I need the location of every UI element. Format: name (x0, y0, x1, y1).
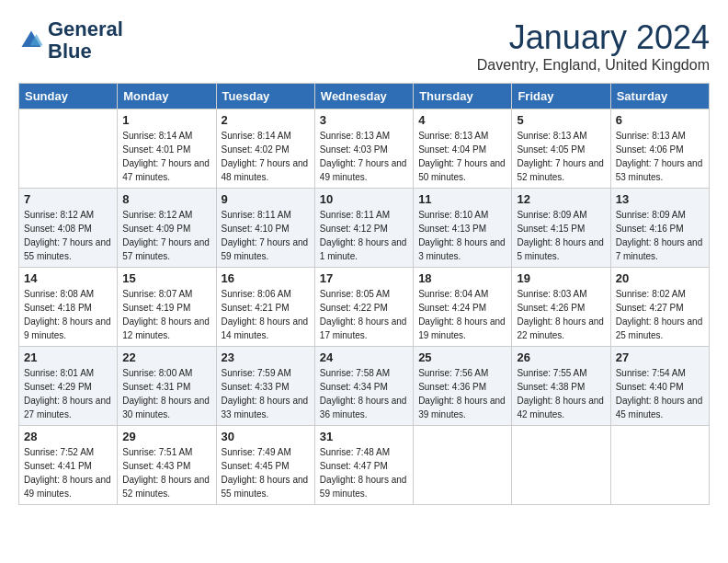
day-number: 2 (222, 113, 310, 127)
calendar-cell: 1Sunrise: 8:14 AMSunset: 4:01 PMDaylight… (118, 109, 216, 189)
day-info: Sunrise: 8:13 AMSunset: 4:04 PMDaylight:… (418, 129, 506, 184)
day-number: 12 (517, 192, 605, 206)
day-number: 18 (418, 271, 506, 285)
day-number: 5 (517, 113, 605, 127)
calendar-cell: 17Sunrise: 8:05 AMSunset: 4:22 PMDayligh… (314, 268, 413, 347)
calendar-body: 1Sunrise: 8:14 AMSunset: 4:01 PMDaylight… (19, 109, 710, 505)
day-number: 1 (122, 113, 210, 127)
calendar-cell (512, 426, 610, 505)
day-number: 30 (222, 430, 310, 443)
calendar-cell: 21Sunrise: 8:01 AMSunset: 4:29 PMDayligh… (19, 347, 118, 426)
day-info: Sunrise: 8:02 AMSunset: 4:27 PMDaylight:… (616, 287, 704, 342)
day-info: Sunrise: 8:12 AMSunset: 4:08 PMDaylight:… (24, 208, 112, 263)
day-info: Sunrise: 8:01 AMSunset: 4:29 PMDaylight:… (24, 366, 112, 421)
calendar-cell: 4Sunrise: 8:13 AMSunset: 4:04 PMDaylight… (414, 109, 512, 189)
day-number: 15 (122, 271, 210, 285)
day-number: 22 (122, 350, 210, 364)
header-day-saturday: Saturday (610, 84, 709, 109)
day-number: 7 (24, 192, 112, 206)
calendar-cell: 28Sunrise: 7:52 AMSunset: 4:41 PMDayligh… (19, 426, 118, 505)
day-info: Sunrise: 8:13 AMSunset: 4:05 PMDaylight:… (517, 129, 605, 184)
day-info: Sunrise: 7:59 AMSunset: 4:33 PMDaylight:… (222, 366, 310, 421)
day-number: 16 (222, 271, 310, 285)
day-number: 8 (122, 192, 210, 206)
day-number: 6 (616, 113, 704, 127)
calendar-cell: 16Sunrise: 8:06 AMSunset: 4:21 PMDayligh… (216, 268, 314, 347)
calendar-cell: 15Sunrise: 8:07 AMSunset: 4:19 PMDayligh… (118, 268, 216, 347)
day-number: 17 (320, 271, 408, 285)
calendar-cell: 11Sunrise: 8:10 AMSunset: 4:13 PMDayligh… (414, 189, 512, 268)
day-info: Sunrise: 8:08 AMSunset: 4:18 PMDaylight:… (24, 287, 112, 342)
header-day-monday: Monday (118, 84, 216, 109)
header-day-sunday: Sunday (19, 84, 118, 109)
calendar-cell: 5Sunrise: 8:13 AMSunset: 4:05 PMDaylight… (512, 109, 610, 189)
calendar-cell (19, 109, 118, 189)
day-info: Sunrise: 7:51 AMSunset: 4:43 PMDaylight:… (122, 445, 210, 500)
calendar-header-row: SundayMondayTuesdayWednesdayThursdayFrid… (19, 84, 710, 109)
day-info: Sunrise: 8:11 AMSunset: 4:10 PMDaylight:… (222, 208, 310, 263)
calendar-week-3: 14Sunrise: 8:08 AMSunset: 4:18 PMDayligh… (19, 268, 710, 347)
calendar-cell: 26Sunrise: 7:55 AMSunset: 4:38 PMDayligh… (512, 347, 610, 426)
day-number: 10 (320, 192, 408, 206)
day-info: Sunrise: 8:04 AMSunset: 4:24 PMDaylight:… (418, 287, 506, 342)
day-info: Sunrise: 8:03 AMSunset: 4:26 PMDaylight:… (517, 287, 605, 342)
day-info: Sunrise: 8:13 AMSunset: 4:03 PMDaylight:… (320, 129, 408, 184)
day-number: 4 (418, 113, 506, 127)
day-info: Sunrise: 8:14 AMSunset: 4:02 PMDaylight:… (222, 129, 310, 184)
day-info: Sunrise: 8:14 AMSunset: 4:01 PMDaylight:… (122, 129, 210, 184)
title-block: January 2024 Daventry, England, United K… (477, 18, 710, 74)
calendar-cell: 13Sunrise: 8:09 AMSunset: 4:16 PMDayligh… (610, 189, 709, 268)
logo-icon (18, 28, 44, 53)
calendar-cell: 18Sunrise: 8:04 AMSunset: 4:24 PMDayligh… (414, 268, 512, 347)
calendar-cell: 22Sunrise: 8:00 AMSunset: 4:31 PMDayligh… (118, 347, 216, 426)
day-number: 27 (616, 350, 704, 364)
header-day-thursday: Thursday (414, 84, 512, 109)
calendar-cell: 9Sunrise: 8:11 AMSunset: 4:10 PMDaylight… (216, 189, 314, 268)
day-number: 28 (24, 430, 112, 443)
day-info: Sunrise: 8:09 AMSunset: 4:15 PMDaylight:… (517, 208, 605, 263)
calendar-cell: 23Sunrise: 7:59 AMSunset: 4:33 PMDayligh… (216, 347, 314, 426)
calendar-cell (610, 426, 709, 505)
day-info: Sunrise: 8:07 AMSunset: 4:19 PMDaylight:… (122, 287, 210, 342)
calendar-cell: 20Sunrise: 8:02 AMSunset: 4:27 PMDayligh… (610, 268, 709, 347)
day-info: Sunrise: 7:48 AMSunset: 4:47 PMDaylight:… (320, 445, 408, 500)
calendar-cell: 8Sunrise: 8:12 AMSunset: 4:09 PMDaylight… (118, 189, 216, 268)
day-info: Sunrise: 7:55 AMSunset: 4:38 PMDaylight:… (517, 366, 605, 421)
calendar-table: SundayMondayTuesdayWednesdayThursdayFrid… (18, 83, 710, 505)
day-info: Sunrise: 7:52 AMSunset: 4:41 PMDaylight:… (24, 445, 112, 500)
day-number: 11 (418, 192, 506, 206)
day-number: 24 (320, 350, 408, 364)
day-info: Sunrise: 7:54 AMSunset: 4:40 PMDaylight:… (616, 366, 704, 421)
day-number: 9 (222, 192, 310, 206)
day-number: 25 (418, 350, 506, 364)
calendar-cell: 7Sunrise: 8:12 AMSunset: 4:08 PMDaylight… (19, 189, 118, 268)
day-info: Sunrise: 8:05 AMSunset: 4:22 PMDaylight:… (320, 287, 408, 342)
day-info: Sunrise: 7:56 AMSunset: 4:36 PMDaylight:… (418, 366, 506, 421)
header-day-tuesday: Tuesday (216, 84, 314, 109)
logo-text: General Blue (48, 18, 123, 63)
day-number: 13 (616, 192, 704, 206)
day-info: Sunrise: 8:09 AMSunset: 4:16 PMDaylight:… (616, 208, 704, 263)
day-number: 23 (222, 350, 310, 364)
calendar-cell (414, 426, 512, 505)
calendar-cell: 31Sunrise: 7:48 AMSunset: 4:47 PMDayligh… (314, 426, 413, 505)
day-number: 20 (616, 271, 704, 285)
page-header: General Blue January 2024 Daventry, Engl… (18, 18, 710, 74)
header-day-wednesday: Wednesday (314, 84, 413, 109)
header-day-friday: Friday (512, 84, 610, 109)
day-number: 31 (320, 430, 408, 443)
calendar-week-2: 7Sunrise: 8:12 AMSunset: 4:08 PMDaylight… (19, 189, 710, 268)
day-info: Sunrise: 8:10 AMSunset: 4:13 PMDaylight:… (418, 208, 506, 263)
calendar-cell: 12Sunrise: 8:09 AMSunset: 4:15 PMDayligh… (512, 189, 610, 268)
calendar-cell: 19Sunrise: 8:03 AMSunset: 4:26 PMDayligh… (512, 268, 610, 347)
calendar-cell: 25Sunrise: 7:56 AMSunset: 4:36 PMDayligh… (414, 347, 512, 426)
calendar-cell: 30Sunrise: 7:49 AMSunset: 4:45 PMDayligh… (216, 426, 314, 505)
day-number: 26 (517, 350, 605, 364)
calendar-week-5: 28Sunrise: 7:52 AMSunset: 4:41 PMDayligh… (19, 426, 710, 505)
day-number: 21 (24, 350, 112, 364)
calendar-cell: 14Sunrise: 8:08 AMSunset: 4:18 PMDayligh… (19, 268, 118, 347)
logo: General Blue (18, 18, 123, 63)
calendar-week-4: 21Sunrise: 8:01 AMSunset: 4:29 PMDayligh… (19, 347, 710, 426)
calendar-cell: 29Sunrise: 7:51 AMSunset: 4:43 PMDayligh… (118, 426, 216, 505)
calendar-cell: 10Sunrise: 8:11 AMSunset: 4:12 PMDayligh… (314, 189, 413, 268)
